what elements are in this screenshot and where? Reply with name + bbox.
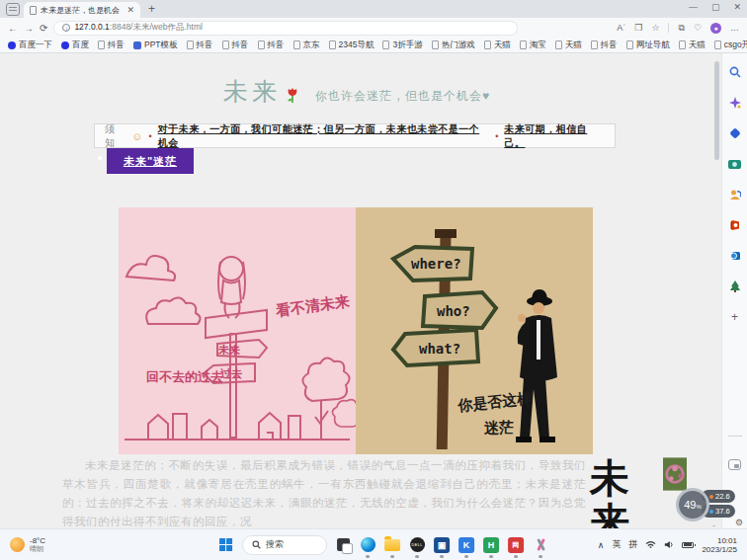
tray-overflow-chevron-icon[interactable]: ∧ [598,540,605,550]
browser-tab[interactable]: 未来是迷茫，也是机会 ✕ [24,2,140,18]
usage-percent-ball[interactable]: 49% [676,488,709,521]
taskbar-file-explorer[interactable] [383,536,401,554]
tab-actions-icon[interactable] [6,3,20,16]
bookmark-item[interactable]: 百度一下 [8,40,52,51]
window-maximize-button[interactable]: ▢ [711,2,720,12]
bookmark-item[interactable]: 百度 [61,40,89,51]
taskbar-dell-app[interactable]: DELL [408,536,426,554]
bookmark-item[interactable]: 抖音 [591,40,618,51]
sign-what-label: what? [419,341,460,357]
site-info-icon[interactable]: i [62,24,70,32]
sidebar-office-icon[interactable] [728,218,742,232]
taskbar-red-app[interactable]: 网 [507,536,525,554]
task-view-button[interactable] [334,536,352,554]
bookmark-item[interactable]: 抖音 [222,40,249,51]
taskbar-k-app[interactable]: K [457,536,475,554]
bookmark-item[interactable]: 抖音 [187,40,213,51]
volume-icon[interactable] [664,540,674,549]
bookmark-item[interactable]: 天猫 [484,40,511,51]
sidebar-add-icon[interactable]: + [728,310,742,324]
edge-sidebar: + [721,53,747,528]
notice-link-2[interactable]: 未来可期，相信自己。 [504,122,605,150]
forward-button[interactable]: → [24,23,34,34]
page-icon [432,40,439,49]
performance-float-widget[interactable]: 22.6 37.6 49% ⚙ ˇ [676,486,741,525]
rose-icon [285,84,300,104]
taskbar-weather-widget[interactable]: -8°C 晴朗 [10,537,45,553]
bookmark-item[interactable]: csgo开箱 [714,40,747,51]
taskbar-clock[interactable]: 10:01 2023/1/25 [702,536,737,554]
sun-icon [10,537,25,552]
tab-title: 未来是迷茫，也是机会 [41,5,123,16]
bookmark-item[interactable]: 抖音 [98,40,124,51]
taskbar-h-app[interactable]: H [482,536,500,554]
widget-collapse-chevron-icon[interactable]: ˇ [712,523,715,528]
back-button[interactable]: ← [8,23,18,34]
future-confusion-button[interactable]: 未来"迷茫 [107,148,194,174]
bookmark-item[interactable]: 3折手游 [382,40,422,51]
battery-icon[interactable] [682,542,694,548]
page-title: 未来 你也许会迷茫，但也是个机会♥ [0,75,713,108]
wifi-icon[interactable] [645,540,656,549]
page-icon [520,40,527,49]
tab-close-icon[interactable]: ✕ [126,5,134,15]
taskbar-edge[interactable] [359,536,376,554]
refresh-button[interactable]: ⟳ [40,23,47,34]
bookmark-item[interactable]: 京东 [293,40,320,51]
sidebar-games-icon[interactable] [728,188,742,201]
sidebar-tree-icon[interactable] [728,280,742,293]
task-view-icon [337,538,350,551]
window-close-button[interactable]: ✕ [733,2,741,12]
start-button[interactable] [217,536,235,554]
page-icon [98,40,105,49]
sidebar-search-icon[interactable] [728,65,742,79]
title-text: 未来 [223,77,281,106]
page-icon [187,40,194,49]
sidebar-tools-icon[interactable] [728,157,742,171]
more-menu-icon[interactable]: … [730,23,739,33]
new-tab-button[interactable]: + [148,2,155,16]
notice-link-1[interactable]: 对于未来，一方面，我们可能迷茫；但另一方面，未来也未尝不是一个机会 [158,122,489,150]
page-scrollbar[interactable] [713,53,720,528]
page-icon [679,40,686,49]
bookmark-item[interactable]: 抖音 [258,40,285,51]
favorites-icon[interactable]: ☆ [651,23,659,33]
list-bullet: • [495,131,498,141]
windows-logo-icon [219,538,233,552]
desktop: 未来是迷茫，也是机会 ✕ + — ▢ ✕ ← → ⟳ i 127.0.0.1:8… [0,0,747,560]
ime-english-indicator[interactable]: 英 [612,538,621,551]
bookmark-item[interactable]: 网址导航 [626,40,670,51]
bookmark-item[interactable]: PPT模板 [133,40,178,51]
url-path: :8848/未来/web作品.html [110,22,203,32]
ime-pinyin-indicator[interactable]: 拼 [628,538,637,551]
widget-settings-gear-icon[interactable]: ⚙ [735,518,743,527]
bookmark-item[interactable]: 淘宝 [520,40,546,51]
picture-in-picture-icon[interactable] [728,459,741,470]
clock-date: 2023/1/25 [702,545,737,554]
sidebar-outlook-icon[interactable] [728,249,742,263]
pink-signpost-illustration: 看不清未来 未来 过去 回不去的过去 [119,207,356,454]
sidebar-discover-icon[interactable] [728,96,742,110]
window-minimize-button[interactable]: — [689,2,698,12]
taskbar-blue-app[interactable]: ▣ [433,536,451,554]
profile-avatar[interactable]: ● [710,23,721,34]
page-icon [293,40,300,49]
split-screen-icon[interactable]: ❐ [634,23,642,33]
address-bar[interactable]: i 127.0.0.1:8848/未来/web作品.html [53,21,518,36]
bookmark-item[interactable]: 天猫 [555,40,582,51]
browser-essentials-icon[interactable]: ♡ [694,23,702,33]
taskbar-search[interactable]: 搜索 [242,535,327,555]
page-icon [555,40,562,49]
collections-icon[interactable]: ⧉ [678,23,684,34]
page-favicon-icon [30,6,37,15]
scrollbar-thumb[interactable] [714,61,719,160]
browser-window: 未来是迷茫，也是机会 ✕ + — ▢ ✕ ← → ⟳ i 127.0.0.1:8… [0,0,747,528]
sidebar-shopping-icon[interactable] [728,126,742,140]
read-aloud-icon[interactable]: Aʾ [617,23,625,33]
sign-where-label: where? [411,256,461,272]
bookmark-item[interactable]: 2345导航 [329,40,374,51]
bookmark-item[interactable]: 热门游戏 [432,40,475,51]
taskbar-tool-app[interactable] [532,536,549,554]
list-bullet: • [149,131,152,141]
bookmark-item[interactable]: 天猫 [679,40,706,51]
